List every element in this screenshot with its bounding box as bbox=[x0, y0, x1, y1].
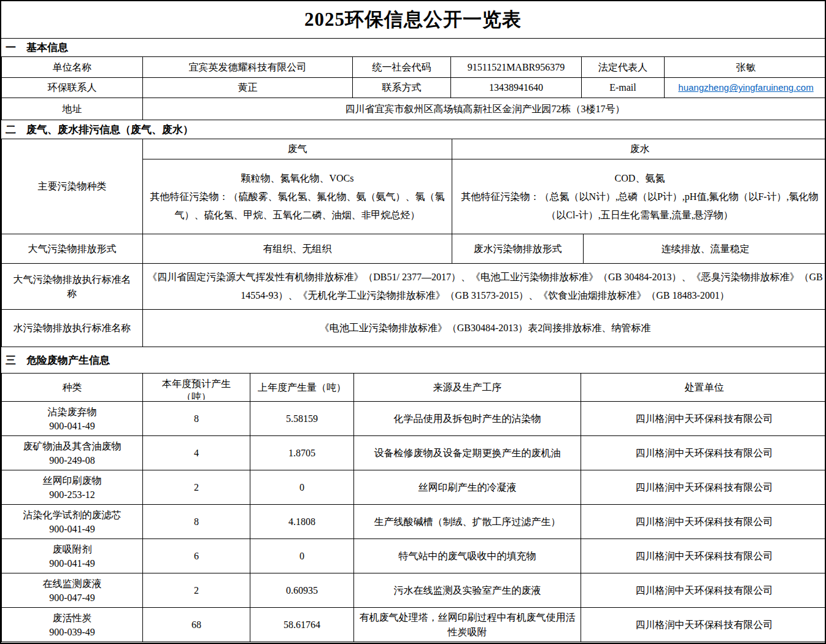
source-value: 设备检修废物及设备定期更换产生的废机油 bbox=[354, 436, 581, 470]
last-year-value: 58.61764 bbox=[250, 608, 354, 642]
expected-value: 68 bbox=[143, 608, 250, 642]
last-year-value: 0.60935 bbox=[250, 573, 354, 608]
air-standard-label: 大气污染物排放执行标准名称 bbox=[2, 264, 143, 310]
unit-name-value: 宜宾英发德耀科技有限公司 bbox=[143, 57, 353, 78]
water-form-value: 连续排放、流量稳定 bbox=[584, 234, 826, 264]
hazard-row: 废吸附剂 900-041-49 6 0 特气站中的废气吸收中的填充物 四川格润中… bbox=[2, 539, 826, 573]
email-label: E-mail bbox=[582, 78, 665, 98]
expected-value: 2 bbox=[143, 573, 250, 608]
waste-name: 沾染废弃物 bbox=[6, 405, 139, 419]
disposal-value: 四川格润中天环保科技有限公司 bbox=[581, 470, 826, 505]
hazard-header-row: 种类 本年度预计产生 （吨） 上年度产生量（吨） 来源及生产工序 处置单位 bbox=[2, 374, 826, 402]
waste-type-cell: 在线监测废液 900-047-49 bbox=[2, 573, 143, 608]
legal-rep-value: 张敏 bbox=[665, 57, 826, 78]
emission-table: 主要污染物种类 废气 废水 颗粒物、氮氧化物、VOCs 其他特征污染物：（硫酸雾… bbox=[1, 139, 826, 347]
waste-code: 900-041-49 bbox=[6, 522, 139, 536]
pollutant-type-label: 主要污染物种类 bbox=[2, 139, 143, 234]
section-heading-basic: 一 基本信息 bbox=[1, 38, 825, 56]
waste-name: 沾染化学试剂的废滤芯 bbox=[6, 508, 139, 522]
col-header-disposal: 处置单位 bbox=[581, 374, 826, 402]
unit-name-label: 单位名称 bbox=[2, 57, 143, 78]
waste-code: 900-041-49 bbox=[6, 419, 139, 433]
col-header-type: 种类 bbox=[2, 374, 143, 402]
basic-info-table: 单位名称 宜宾英发德耀科技有限公司 统一社会代码 91511521MABR956… bbox=[1, 56, 826, 120]
address-value: 四川省宜宾市叙州区高场镇高新社区金润产业园72栋（3楼17号） bbox=[143, 98, 826, 120]
disposal-value: 四川格润中天环保科技有限公司 bbox=[581, 539, 826, 573]
legal-rep-label: 法定代表人 bbox=[582, 57, 665, 78]
waste-type-cell: 丝网印刷废物 900-253-12 bbox=[2, 470, 143, 505]
waste-code: 900-047-49 bbox=[6, 591, 139, 605]
contact-label: 环保联系人 bbox=[2, 78, 143, 98]
disposal-value: 四川格润中天环保科技有限公司 bbox=[581, 608, 826, 642]
waste-type-cell: 废矿物油及其含油废物 900-249-08 bbox=[2, 436, 143, 470]
waste-name: 废吸附剂 bbox=[6, 542, 139, 556]
table-row: 地址 四川省宜宾市叙州区高场镇高新社区金润产业园72栋（3楼17号） bbox=[2, 98, 826, 120]
phone-value: 13438941640 bbox=[451, 78, 582, 98]
air-form-value: 有组织、无组织 bbox=[143, 234, 452, 264]
hazard-row: 丝网印刷废物 900-253-12 2 0 丝网印刷产生的冷凝液 四川格润中天环… bbox=[2, 470, 826, 505]
hazard-row: 在线监测废液 900-047-49 2 0.60935 污水在线监测及实验室产生… bbox=[2, 573, 826, 608]
table-row: 大气污染物排放形式 有组织、无组织 废水污染物排放形式 连续排放、流量稳定 bbox=[2, 234, 826, 264]
expected-value: 8 bbox=[143, 402, 250, 436]
col-header-source: 来源及生产工序 bbox=[354, 374, 581, 402]
water-standard-label: 水污染物排放执行标准名称 bbox=[2, 310, 143, 347]
last-year-value: 0 bbox=[250, 470, 354, 505]
col-header-expected: 本年度预计产生 （吨） bbox=[143, 374, 250, 402]
hazard-waste-table: 种类 本年度预计产生 （吨） 上年度产生量（吨） 来源及生产工序 处置单位 沾染… bbox=[1, 373, 826, 642]
waste-code: 900-253-12 bbox=[6, 488, 139, 502]
air-form-label: 大气污染物排放形式 bbox=[2, 234, 143, 264]
water-form-label: 废水污染物排放形式 bbox=[452, 234, 584, 264]
water-standard-value: 《电池工业污染物排放标准》（GB30484-2013）表2间接排放标准、纳管标准 bbox=[143, 310, 826, 347]
source-value: 丝网印刷产生的冷凝液 bbox=[354, 470, 581, 505]
col-header-last-year: 上年度产生量（吨） bbox=[250, 374, 354, 402]
gas-header: 废气 bbox=[143, 139, 452, 159]
last-year-value: 0 bbox=[250, 539, 354, 573]
waste-code: 900-041-49 bbox=[6, 556, 139, 570]
waste-name: 在线监测废液 bbox=[6, 577, 139, 591]
disposal-value: 四川格润中天环保科技有限公司 bbox=[581, 402, 826, 436]
col-header-expected-text: 本年度预计产生 （吨） bbox=[147, 375, 246, 400]
waste-type-cell: 废活性炭 900-039-49 bbox=[2, 608, 143, 642]
last-year-value: 4.1808 bbox=[250, 505, 354, 539]
disposal-value: 四川格润中天环保科技有限公司 bbox=[581, 436, 826, 470]
waste-name: 废矿物油及其含油废物 bbox=[6, 439, 139, 453]
waste-type-cell: 沾染化学试剂的废滤芯 900-041-49 bbox=[2, 505, 143, 539]
waste-code: 900-039-49 bbox=[6, 625, 139, 639]
table-row: 主要污染物种类 废气 废水 bbox=[2, 139, 826, 159]
source-value: 化学品使用及拆包时产生的沾染物 bbox=[354, 402, 581, 436]
expected-value: 6 bbox=[143, 539, 250, 573]
disposal-value: 四川格润中天环保科技有限公司 bbox=[581, 573, 826, 608]
last-year-value: 5.58159 bbox=[250, 402, 354, 436]
water-pollutants-value: COD、氨氮 其他特征污染物：（总氮（以N计）,总磷（以P计）,pH值,氟化物（… bbox=[452, 159, 826, 234]
gas-pollutants-value: 颗粒物、氮氧化物、VOCs 其他特征污染物：（硫酸雾、氯化氢、氟化物、氨（氨气）… bbox=[143, 159, 452, 234]
table-row: 单位名称 宜宾英发德耀科技有限公司 统一社会代码 91511521MABR956… bbox=[2, 57, 826, 78]
source-value: 特气站中的废气吸收中的填充物 bbox=[354, 539, 581, 573]
source-value: 有机废气处理塔，丝网印刷过程中有机废气使用活性炭吸附 bbox=[354, 608, 581, 642]
page-title: 2025环保信息公开一览表 bbox=[1, 1, 825, 38]
expected-value: 2 bbox=[143, 470, 250, 505]
section-heading-hazard: 三 危险废物产生信息 bbox=[1, 347, 825, 373]
credit-code-label: 统一社会代码 bbox=[353, 57, 451, 78]
hazard-row: 废活性炭 900-039-49 68 58.61764 有机废气处理塔，丝网印刷… bbox=[2, 608, 826, 642]
hazard-row: 沾染化学试剂的废滤芯 900-041-49 8 4.1808 生产线酸碱槽（制绒… bbox=[2, 505, 826, 539]
table-row: 环保联系人 黄正 联系方式 13438941640 E-mail huangzh… bbox=[2, 78, 826, 98]
air-standard-value: 《四川省固定污染源大气挥发性有机物排放标准》（DB51/ 2377—2017）、… bbox=[143, 264, 826, 310]
waste-code: 900-249-08 bbox=[6, 453, 139, 467]
section-heading-emission: 二 废气、废水排污信息（废气、废水） bbox=[1, 120, 825, 139]
waste-type-cell: 废吸附剂 900-041-49 bbox=[2, 539, 143, 573]
last-year-value: 1.8705 bbox=[250, 436, 354, 470]
expected-value: 4 bbox=[143, 436, 250, 470]
disclosure-sheet: 2025环保信息公开一览表 一 基本信息 单位名称 宜宾英发德耀科技有限公司 统… bbox=[0, 0, 826, 644]
expected-value: 8 bbox=[143, 505, 250, 539]
table-row: 大气污染物排放执行标准名称 《四川省固定污染源大气挥发性有机物排放标准》（DB5… bbox=[2, 264, 826, 310]
email-link[interactable]: huangzheng@yingfaruineng.com bbox=[678, 82, 813, 93]
water-header: 废水 bbox=[452, 139, 826, 159]
hazard-row: 废矿物油及其含油废物 900-249-08 4 1.8705 设备检修废物及设备… bbox=[2, 436, 826, 470]
source-value: 生产线酸碱槽（制绒、扩散工序过滤产生） bbox=[354, 505, 581, 539]
waste-name: 丝网印刷废物 bbox=[6, 473, 139, 488]
phone-label: 联系方式 bbox=[353, 78, 451, 98]
disposal-value: 四川格润中天环保科技有限公司 bbox=[581, 505, 826, 539]
waste-name: 废活性炭 bbox=[6, 611, 139, 625]
credit-code-value: 91511521MABR956379 bbox=[451, 57, 582, 78]
hazard-row: 沾染废弃物 900-041-49 8 5.58159 化学品使用及拆包时产生的沾… bbox=[2, 402, 826, 436]
